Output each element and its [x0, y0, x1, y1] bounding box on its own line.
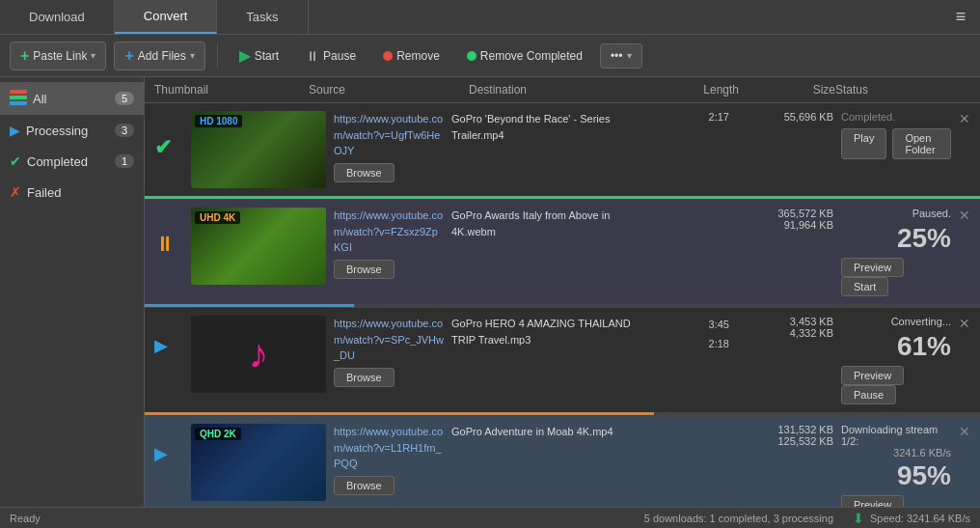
- remove-button[interactable]: Remove: [373, 44, 449, 68]
- remove-completed-dot-icon: [467, 51, 476, 61]
- col-status: Status: [835, 83, 951, 97]
- paste-link-label: Paste Link: [33, 49, 87, 63]
- tab-download-label: Download: [29, 10, 85, 24]
- task3-progress-bar: [145, 412, 980, 415]
- task2-progress-bar: [145, 304, 980, 307]
- task1-close-btn[interactable]: ✕: [959, 111, 970, 126]
- all-icon: [10, 90, 27, 107]
- status-speed: Speed: 3241.64 KB/s: [870, 513, 970, 524]
- add-plus-icon: +: [124, 47, 133, 65]
- sidebar-item-all[interactable]: All 5: [0, 82, 144, 115]
- more-label: •••: [611, 49, 623, 63]
- remove-label: Remove: [396, 49, 440, 63]
- task1-openfolder-btn[interactable]: Open Folder: [892, 128, 951, 159]
- task2-percent: 25%: [897, 223, 951, 254]
- pause-button[interactable]: ⏸ Pause: [296, 43, 366, 69]
- status-center: 5 downloads: 1 completed, 3 processing: [644, 513, 833, 524]
- task1-play-btn[interactable]: Play: [841, 128, 886, 159]
- start-button[interactable]: ▶ Start: [230, 42, 288, 69]
- sidebar-item-completed[interactable]: ✔ Completed 1: [0, 146, 144, 177]
- tab-bar: Download Convert Tasks ≡: [0, 0, 980, 35]
- status-bar: Ready 5 downloads: 1 completed, 3 proces…: [0, 507, 980, 528]
- status-ready: Ready: [10, 513, 625, 524]
- task2-close-btn[interactable]: ✕: [959, 208, 970, 223]
- failed-icon: ✗: [10, 184, 21, 200]
- more-dropdown-arrow: ▾: [627, 50, 632, 61]
- task3-music-icon: ♪: [249, 331, 269, 377]
- start-label: Start: [255, 49, 279, 63]
- paste-link-button[interactable]: + Paste Link ▾: [10, 42, 106, 70]
- task3-progress-fill: [145, 412, 654, 415]
- sidebar-failed-label: Failed: [27, 185, 134, 200]
- task-item: ▶ QHD 2K https://www.youtube.com/watch?v…: [145, 416, 980, 507]
- task4-badge: QHD 2K: [195, 428, 241, 440]
- task4-destination: GoPro Adventure in Moab 4K.mp4: [451, 424, 644, 440]
- task2-preview-btn[interactable]: Preview: [841, 258, 904, 277]
- task4-browse-btn[interactable]: Browse: [334, 476, 395, 495]
- hamburger-button[interactable]: ≡: [941, 0, 980, 34]
- paste-plus-icon: +: [20, 47, 29, 65]
- task3-close-btn[interactable]: ✕: [959, 316, 970, 331]
- col-destination: Destination: [469, 83, 662, 97]
- task2-badge: UHD 4K: [195, 211, 240, 224]
- tab-tasks[interactable]: Tasks: [217, 0, 308, 34]
- task3-browse-btn[interactable]: Browse: [334, 368, 395, 387]
- task1-progress-fill: [145, 196, 980, 199]
- task2-status: Paused. 25% Preview Start: [841, 208, 951, 296]
- task1-size: 55,696 KB: [737, 111, 833, 123]
- tab-convert[interactable]: Convert: [115, 0, 218, 34]
- add-files-label: Add Files: [138, 49, 186, 63]
- task1-source: https://www.youtube.com/watch?v=UgfTw6He…: [334, 111, 444, 159]
- task4-status: Downloading stream 1/2: 3241.6 KB/s 95% …: [841, 424, 951, 507]
- task1-browse-btn[interactable]: Browse: [334, 163, 395, 182]
- task4-size: 131,532 KB125,532 KB: [737, 424, 833, 447]
- task3-destination: GoPro HERO 4 AMAZING THAILAND TRIP Trave…: [451, 316, 644, 347]
- task3-status-text: Converting...: [891, 316, 951, 327]
- remove-completed-label: Remove Completed: [480, 49, 583, 63]
- tab-download[interactable]: Download: [0, 0, 115, 34]
- sidebar-completed-count: 1: [115, 154, 134, 168]
- task1-destination: GoPro 'Beyond the Race' - Series Trailer…: [451, 111, 644, 143]
- download-speed-icon: ⬇: [853, 511, 864, 526]
- task1-status: Completed. Play Open Folder: [841, 111, 951, 159]
- task4-preview-btn[interactable]: Preview: [841, 495, 904, 507]
- add-dropdown-arrow: ▾: [190, 50, 195, 61]
- tab-convert-label: Convert: [144, 9, 188, 23]
- more-button[interactable]: ••• ▾: [600, 43, 642, 69]
- task3-pause-btn[interactable]: Pause: [841, 385, 896, 404]
- task1-progress-bar: [145, 196, 980, 199]
- task3-preview-btn[interactable]: Preview: [841, 366, 904, 385]
- paste-dropdown-arrow: ▾: [91, 50, 95, 61]
- add-files-button[interactable]: + Add Files ▾: [114, 42, 204, 70]
- col-size: Size: [739, 83, 835, 97]
- start-play-icon: ▶: [239, 46, 251, 65]
- completed-check-icon: ✔: [154, 135, 172, 160]
- task4-close-btn[interactable]: ✕: [959, 424, 970, 439]
- task3-size: 3,453 KB4,332 KB: [737, 316, 833, 339]
- task3-percent: 61%: [897, 331, 951, 362]
- task2-progress-fill: [145, 304, 354, 307]
- task2-browse-btn[interactable]: Browse: [334, 260, 395, 279]
- task2-size: 365,572 KB91,964 KB: [737, 208, 833, 231]
- task2-start-btn[interactable]: Start: [841, 277, 888, 296]
- sidebar-completed-label: Completed: [27, 154, 109, 169]
- task4-play-icon: ▶: [154, 443, 168, 464]
- task2-source: https://www.youtube.com/watch?v=FZsxz9Zp…: [334, 208, 444, 256]
- task2-status-text: Paused.: [912, 208, 951, 219]
- task2-destination: GoPro Awards Italy from Above in 4K.webm: [451, 208, 644, 239]
- remove-completed-button[interactable]: Remove Completed: [457, 44, 592, 68]
- remove-dot-icon: [383, 51, 393, 61]
- task1-badge: HD 1080: [195, 115, 242, 127]
- task4-percent: 95%: [897, 460, 951, 491]
- pause-bars-icon: ⏸: [306, 48, 319, 64]
- sidebar-item-processing[interactable]: ▶ Processing 3: [0, 115, 144, 146]
- sidebar: All 5 ▶ Processing 3 ✔ Completed 1 ✗ Fai…: [0, 77, 145, 507]
- task4-source: https://www.youtube.com/watch?v=L1RH1fm_…: [334, 424, 444, 472]
- completed-icon: ✔: [10, 153, 21, 169]
- content-area: Thumbnail Source Destination Length Size…: [145, 77, 980, 507]
- task-item: ▶ ♪ https://www.youtube.com/watch?v=SPc_…: [145, 308, 980, 416]
- sidebar-all-label: All: [33, 92, 109, 106]
- pause-label: Pause: [323, 49, 356, 63]
- sidebar-item-failed[interactable]: ✗ Failed: [0, 177, 144, 208]
- items-list: ✔ HD 1080 https://www.youtube.com/watch?…: [145, 103, 980, 507]
